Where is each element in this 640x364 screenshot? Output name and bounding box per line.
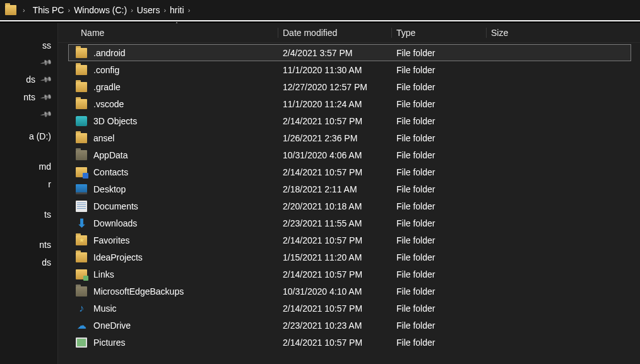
sidebar-item[interactable]: ss xyxy=(0,37,57,54)
pin-icon: 📌 xyxy=(40,108,52,120)
cell-type: File folder xyxy=(391,252,486,262)
file-row[interactable]: Documents2/20/2021 10:18 AMFile folder xyxy=(58,197,640,214)
folder-icon xyxy=(76,252,87,262)
column-header-type[interactable]: Type xyxy=(391,24,486,42)
sidebar-item-label: ss xyxy=(42,40,51,50)
sidebar-item[interactable] xyxy=(0,228,57,236)
file-row[interactable]: .gradle12/27/2020 12:57 PMFile folder xyxy=(58,78,640,95)
sidebar-item-label: nts xyxy=(39,240,51,250)
sidebar-item-label: ds xyxy=(42,257,51,267)
sidebar-item[interactable]: r xyxy=(0,175,57,193)
cell-date: 2/14/2021 10:57 PM xyxy=(278,167,391,177)
file-row[interactable]: ansel1/26/2021 2:36 PMFile folder xyxy=(58,129,640,146)
file-name: AppData xyxy=(93,150,127,160)
sidebar-item[interactable] xyxy=(0,150,57,158)
file-row[interactable]: Links2/14/2021 10:57 PMFile folder xyxy=(58,266,640,283)
sidebar-item-label: ts xyxy=(44,209,51,220)
sidebar-item-label: r xyxy=(48,179,51,189)
cell-name: .vscode xyxy=(76,99,278,109)
column-header-name[interactable]: ˄ Name xyxy=(76,24,278,42)
file-row[interactable]: .android2/4/2021 3:57 PMFile folder xyxy=(68,44,631,61)
cell-name: .android xyxy=(76,48,278,58)
breadcrumb-segment[interactable]: Users xyxy=(136,3,162,18)
column-header-date-label: Date modified xyxy=(283,28,337,38)
file-name: .vscode xyxy=(93,99,124,109)
file-row[interactable]: 3D Objects2/14/2021 10:57 PMFile folder xyxy=(58,112,640,129)
layout: ss📌ds📌nts📌📌a (D:)mdrtsntsds ˄ Name Date … xyxy=(0,23,640,364)
cell-name: ★Favorites xyxy=(76,235,278,245)
file-row[interactable]: ♪Music2/14/2021 10:57 PMFile folder xyxy=(58,300,640,317)
cell-type: File folder xyxy=(391,269,486,279)
nav-sidebar[interactable]: ss📌ds📌nts📌📌a (D:)mdrtsntsds xyxy=(0,23,58,364)
cell-type: File folder xyxy=(391,235,486,245)
cell-type: File folder xyxy=(391,133,486,143)
sidebar-item[interactable]: 📌 xyxy=(0,54,57,71)
file-name: Documents xyxy=(93,201,138,211)
cell-type: File folder xyxy=(391,303,486,314)
file-name: .config xyxy=(93,65,119,75)
sidebar-item[interactable]: nts📌 xyxy=(0,88,57,106)
file-name: .gradle xyxy=(93,82,121,92)
sidebar-item[interactable]: a (D:) xyxy=(0,127,57,145)
breadcrumb-segment[interactable]: hriti xyxy=(169,3,186,18)
file-row[interactable]: .config11/1/2020 11:30 AMFile folder xyxy=(58,61,640,78)
cell-date: 2/20/2021 10:18 AM xyxy=(278,201,391,211)
sidebar-item[interactable]: 📌 xyxy=(0,106,57,122)
cell-type: File folder xyxy=(391,99,486,109)
file-list-panel: ˄ Name Date modified Type Size .android2… xyxy=(58,23,640,364)
file-row[interactable]: ★Favorites2/14/2021 10:57 PMFile folder xyxy=(58,232,640,249)
sidebar-item[interactable]: ds xyxy=(0,254,57,271)
cell-date: 2/14/2021 10:57 PM xyxy=(278,116,391,126)
file-row[interactable]: MicrosoftEdgeBackups10/31/2020 4:10 AMFi… xyxy=(58,283,640,300)
cell-name: ☁OneDrive xyxy=(76,320,278,331)
cell-date: 12/27/2020 12:57 PM xyxy=(278,82,391,92)
sidebar-item[interactable]: nts xyxy=(0,236,57,254)
chevron-right-icon[interactable]: › xyxy=(20,6,28,14)
file-name: Favorites xyxy=(93,235,130,245)
cell-name: ansel xyxy=(76,133,278,143)
cell-name: Documents xyxy=(76,201,278,212)
cell-date: 2/14/2021 10:57 PM xyxy=(278,303,391,314)
folder-icon xyxy=(5,5,16,15)
sidebar-item[interactable]: md xyxy=(0,158,57,175)
file-row[interactable]: Pictures2/14/2021 10:57 PMFile folder xyxy=(58,334,640,351)
music-icon: ♪ xyxy=(76,303,87,314)
cell-type: File folder xyxy=(391,65,486,75)
file-row[interactable]: .vscode11/1/2020 11:24 AMFile folder xyxy=(58,95,640,112)
cell-date: 11/1/2020 11:24 AM xyxy=(278,99,391,109)
sidebar-item[interactable]: ts xyxy=(0,206,57,223)
sidebar-item[interactable]: ds📌 xyxy=(0,71,57,88)
column-headers: ˄ Name Date modified Type Size xyxy=(58,23,640,43)
file-row[interactable]: Desktop2/18/2021 2:11 AMFile folder xyxy=(58,180,640,197)
file-row[interactable]: ☁OneDrive2/23/2021 10:23 AMFile folder xyxy=(58,317,640,334)
folder-hidden-icon xyxy=(76,286,87,296)
file-rows: .android2/4/2021 3:57 PMFile folder.conf… xyxy=(58,43,640,364)
folder-hidden-icon xyxy=(76,150,87,160)
breadcrumb-segment[interactable]: This PC xyxy=(32,3,66,18)
sort-indicator-icon: ˄ xyxy=(175,21,178,27)
file-name: MicrosoftEdgeBackups xyxy=(93,286,184,296)
address-bar[interactable]: › This PC›Windows (C:)›Users›hriti› xyxy=(0,0,640,21)
sidebar-item-label: a (D:) xyxy=(29,131,51,141)
cell-date: 1/26/2021 2:36 PM xyxy=(278,133,391,143)
desktop-icon xyxy=(76,184,87,194)
chevron-right-icon[interactable]: › xyxy=(65,6,73,14)
file-row[interactable]: Contacts2/14/2021 10:57 PMFile folder xyxy=(58,163,640,180)
cell-type: File folder xyxy=(391,167,486,177)
file-row[interactable]: ⬇Downloads2/23/2021 11:55 AMFile folder xyxy=(58,214,640,232)
breadcrumb-segment[interactable]: Windows (C:) xyxy=(73,3,128,18)
chevron-right-icon[interactable]: › xyxy=(128,6,136,14)
chevron-right-icon[interactable]: › xyxy=(161,6,169,14)
file-row[interactable]: IdeaProjects1/15/2021 11:20 AMFile folde… xyxy=(58,249,640,266)
cell-type: File folder xyxy=(391,286,486,296)
file-row[interactable]: AppData10/31/2020 4:06 AMFile folder xyxy=(58,146,640,163)
column-header-size[interactable]: Size xyxy=(486,24,549,42)
cell-name: ⬇Downloads xyxy=(76,218,278,228)
cell-type: File folder xyxy=(391,82,486,92)
folder-icon xyxy=(76,48,87,58)
chevron-right-icon[interactable]: › xyxy=(186,6,193,14)
pictures-icon xyxy=(76,338,87,348)
sidebar-item[interactable] xyxy=(0,198,57,206)
column-header-date[interactable]: Date modified xyxy=(278,24,391,42)
cell-name: MicrosoftEdgeBackups xyxy=(76,286,278,296)
